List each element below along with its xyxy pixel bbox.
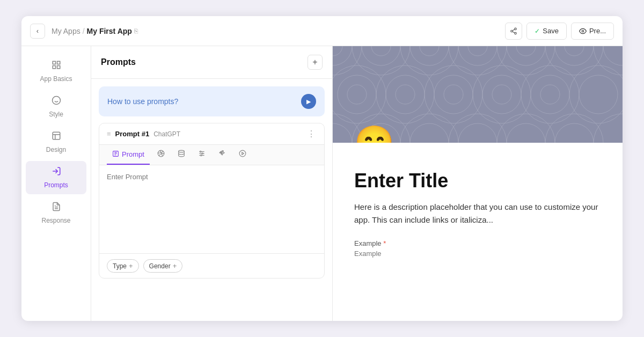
tab-prompt[interactable]: Prompt — [107, 145, 150, 165]
svg-point-10 — [52, 97, 60, 105]
app-basics-icon — [52, 60, 61, 72]
svg-point-19 — [179, 150, 185, 152]
panel-header: Prompts + — [91, 46, 332, 79]
top-bar: ‹ My Apps / My First App ⎘ ✓ Save — [21, 16, 623, 46]
breadcrumb-separator: / — [83, 27, 85, 35]
breadcrumb-my-apps[interactable]: My Apps — [52, 27, 80, 35]
panel-title: Prompts — [101, 57, 136, 67]
preview-body: Enter Title Here is a description placeh… — [333, 143, 623, 274]
sidebar-item-prompts-label: Prompts — [44, 181, 68, 189]
svg-rect-9 — [57, 66, 60, 69]
variable-tag-gender[interactable]: Gender + — [143, 259, 183, 273]
variable-tag-gender-label: Gender — [149, 262, 171, 270]
howto-banner[interactable]: How to use prompts? ▶ — [99, 86, 325, 116]
svg-rect-8 — [53, 66, 55, 69]
tab-wand[interactable] — [213, 145, 231, 165]
prompt-model: ChatGPT — [153, 130, 303, 138]
preview-example-value: Example — [354, 250, 601, 258]
main-content: App Basics Style — [21, 46, 623, 321]
sidebar: App Basics Style — [21, 46, 91, 321]
tab-prompt-label: Prompt — [122, 150, 144, 158]
preview-banner: 😁 — [333, 46, 623, 143]
prompt-card-header: ≡ Prompt #1 ChatGPT ⋮ — [99, 123, 324, 145]
sidebar-item-style[interactable]: Style — [26, 90, 86, 123]
prompt-tabs: Prompt — [99, 145, 324, 165]
tab-skills[interactable] — [152, 145, 170, 165]
required-marker: * — [383, 239, 386, 247]
svg-rect-7 — [57, 61, 60, 64]
panel-content: How to use prompts? ▶ ≡ Prompt #1 ChatGP… — [91, 79, 332, 321]
more-options-icon[interactable]: ⋮ — [307, 129, 317, 139]
preview-title: Enter Title — [354, 170, 601, 192]
tab-run[interactable] — [233, 145, 252, 165]
link-icon: ⎘ — [134, 27, 138, 35]
svg-rect-6 — [53, 61, 55, 64]
howto-text: How to use prompts? — [107, 97, 178, 106]
svg-rect-13 — [53, 132, 60, 140]
preview-label: Pre... — [589, 27, 606, 35]
sidebar-item-app-basics-label: App Basics — [40, 75, 72, 83]
sidebar-item-response[interactable]: Response — [26, 196, 86, 230]
preview-example-label: Example * — [354, 239, 601, 247]
share-button[interactable] — [505, 23, 522, 40]
wand-tab-icon — [218, 150, 226, 159]
svg-point-1 — [511, 30, 513, 32]
svg-point-24 — [202, 153, 203, 154]
svg-point-25 — [201, 155, 202, 156]
middle-panel: Prompts + How to use prompts? ▶ ≡ Prompt… — [91, 46, 333, 321]
variable-tag-type-label: Type — [113, 262, 127, 270]
prompt-card-1: ≡ Prompt #1 ChatGPT ⋮ — [99, 123, 325, 279]
svg-line-3 — [513, 31, 515, 32]
add-prompt-button[interactable]: + — [308, 55, 323, 70]
svg-point-0 — [515, 28, 517, 30]
back-button[interactable]: ‹ — [30, 24, 45, 39]
style-icon — [52, 96, 61, 108]
prompt-name: Prompt #1 — [115, 130, 150, 138]
variable-tags: Type + Gender + — [99, 253, 324, 278]
svg-point-5 — [582, 30, 584, 32]
response-icon — [52, 202, 61, 214]
save-check-icon: ✓ — [535, 27, 540, 35]
prompt-textarea[interactable] — [99, 165, 324, 251]
variable-tag-type[interactable]: Type + — [107, 259, 139, 273]
skills-tab-icon — [157, 150, 165, 159]
sidebar-item-app-basics[interactable]: App Basics — [26, 55, 86, 88]
svg-point-26 — [239, 150, 246, 157]
sidebar-item-design[interactable]: Design — [26, 126, 86, 159]
svg-marker-27 — [242, 152, 244, 155]
sidebar-item-design-label: Design — [46, 146, 66, 153]
sidebar-item-style-label: Style — [49, 111, 63, 118]
top-bar-actions: ✓ Save Pre... — [505, 23, 614, 40]
sidebar-item-prompts[interactable]: Prompts — [26, 161, 86, 194]
tab-settings[interactable] — [193, 145, 211, 165]
prompt-tab-icon — [112, 150, 119, 159]
breadcrumb: My Apps / My First App ⎘ — [52, 27, 499, 35]
prompts-icon — [52, 166, 61, 179]
variable-tag-type-plus-icon: + — [129, 262, 133, 270]
preview-emoji: 😁 — [354, 127, 394, 143]
memory-tab-icon — [178, 150, 185, 159]
preview-panel: 😁 Enter Title Here is a description plac… — [333, 46, 623, 321]
preview-button[interactable]: Pre... — [571, 23, 614, 40]
preview-content: 😁 Enter Title Here is a description plac… — [333, 46, 623, 321]
svg-point-2 — [515, 32, 517, 34]
tab-memory[interactable] — [172, 145, 191, 165]
save-label: Save — [543, 27, 559, 35]
run-tab-icon — [239, 150, 246, 159]
design-icon — [52, 131, 61, 143]
preview-description: Here is a description placeholder that y… — [354, 201, 601, 226]
sidebar-item-response-label: Response — [41, 217, 70, 224]
play-button[interactable]: ▶ — [301, 94, 316, 109]
svg-point-23 — [200, 151, 201, 152]
svg-line-4 — [513, 29, 515, 30]
breadcrumb-current-app: My First App — [87, 27, 132, 35]
settings-tab-icon — [198, 150, 206, 159]
save-button[interactable]: ✓ Save — [526, 23, 567, 40]
variable-tag-gender-plus-icon: + — [173, 262, 177, 270]
drag-handle-icon[interactable]: ≡ — [107, 130, 111, 138]
